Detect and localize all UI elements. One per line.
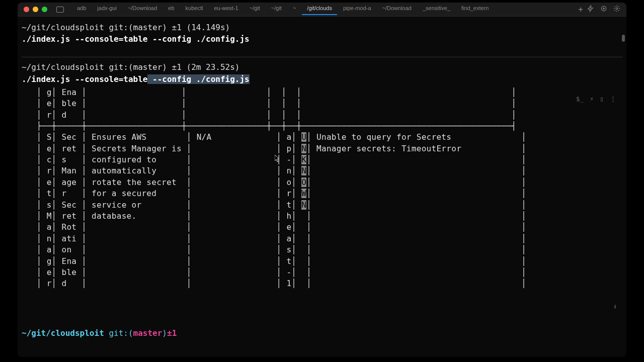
- tab-11[interactable]: ~/Download: [377, 4, 417, 15]
- bottom-prompt: ~/git/cloudsploit git:(master)±1: [22, 327, 177, 339]
- block-toolbar: $_ ⚡ ▯ ⋮: [576, 95, 616, 104]
- tab-10[interactable]: pipe-mod-a: [338, 4, 376, 15]
- bolt-icon[interactable]: [587, 5, 594, 14]
- prompt-git-label: git:(: [109, 328, 133, 338]
- titlebar: adbjadx-gui~/Downloadebkubectleu-west-1~…: [18, 3, 626, 17]
- retry-icon[interactable]: $_: [576, 95, 584, 104]
- more-icon[interactable]: ⋮: [610, 95, 616, 104]
- tab-4[interactable]: kubectl: [181, 4, 208, 15]
- prompt-line-1: ~/git/cloudsploit git:(master) ±1 (14.14…: [22, 22, 622, 33]
- prompt-line-2: ~/git/cloudsploit git:(master) ±1 (2m 23…: [22, 61, 622, 73]
- location-icon[interactable]: [600, 5, 607, 14]
- tab-1[interactable]: jadx-gui: [92, 4, 122, 15]
- tab-list: adbjadx-gui~/Downloadebkubectleu-west-1~…: [72, 4, 574, 15]
- selected-text: --config ./config.js: [147, 74, 249, 84]
- tab-8[interactable]: ~: [288, 4, 301, 15]
- command-line-2: ./index.js --console=table --config ./co…: [22, 73, 622, 85]
- maximize-button[interactable]: [42, 7, 47, 12]
- svg-point-1: [603, 8, 604, 9]
- svg-point-2: [616, 8, 618, 10]
- window-controls: [24, 7, 47, 12]
- tab-7[interactable]: ~/git: [266, 4, 287, 15]
- output-table: │ g│ Ena │ │ │ │ │ │ │ e│ ble │ │ │ │ │ …: [22, 87, 622, 290]
- minimize-button[interactable]: [33, 7, 38, 12]
- tab-6[interactable]: ~/git: [245, 4, 265, 15]
- block-divider: [22, 57, 622, 57]
- tab-3[interactable]: eb: [163, 4, 179, 15]
- prompt-diff: ±1: [167, 328, 177, 338]
- prompt-path: ~/git/cloudsploit: [22, 328, 109, 338]
- gear-icon[interactable]: [613, 5, 620, 14]
- terminal-window: adbjadx-gui~/Downloadebkubectleu-west-1~…: [18, 3, 626, 357]
- tab-12[interactable]: _sensitive_: [418, 4, 455, 15]
- terminal-content[interactable]: ~/git/cloudsploit git:(master) ±1 (14.14…: [18, 17, 626, 357]
- new-tab-button[interactable]: +: [578, 5, 583, 14]
- bookmark-icon[interactable]: ▯: [600, 95, 604, 104]
- tab-2[interactable]: ~/Download: [123, 4, 162, 15]
- scrollbar[interactable]: [622, 35, 625, 42]
- close-button[interactable]: [24, 7, 29, 12]
- command-line-1: ./index.js --console=table --config ./co…: [22, 33, 622, 45]
- bolt-icon[interactable]: ⚡: [590, 95, 594, 104]
- tab-13[interactable]: find_extern: [456, 4, 494, 15]
- tab-5[interactable]: eu-west-1: [209, 4, 243, 15]
- prompt-branch: master: [133, 328, 163, 338]
- titlebar-actions: [587, 5, 620, 14]
- download-icon[interactable]: ⬇: [613, 302, 617, 312]
- tab-0[interactable]: adb: [72, 4, 91, 15]
- tab-9[interactable]: /git/clouds: [302, 4, 337, 15]
- panel-icon[interactable]: [56, 7, 64, 13]
